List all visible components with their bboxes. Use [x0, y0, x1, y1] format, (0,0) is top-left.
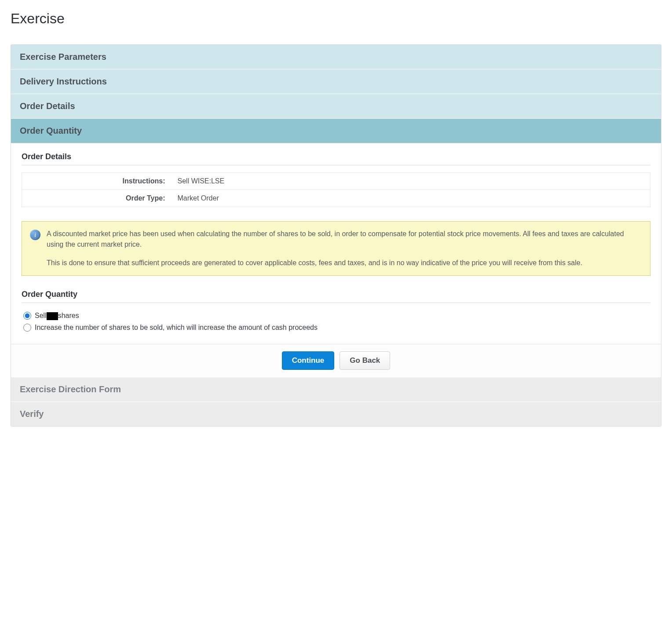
info-callout: i A discounted market price has been use…	[22, 221, 650, 276]
accordion-order-details[interactable]: Order Details	[11, 94, 661, 118]
radio-sell-shares[interactable]	[23, 312, 31, 320]
option-increase-label: Increase the number of shares to be sold…	[35, 324, 318, 332]
accordion-verify[interactable]: Verify	[11, 402, 661, 426]
sell-prefix: Sell	[35, 312, 47, 319]
button-bar: Continue Go Back	[11, 344, 661, 377]
instructions-value: Sell WISE:LSE	[172, 173, 650, 190]
accordion-order-quantity[interactable]: Order Quantity	[11, 119, 661, 143]
table-row: Instructions: Sell WISE:LSE	[22, 173, 650, 190]
order-type-value: Market Order	[172, 190, 650, 207]
order-quantity-options: Sellshares Increase the number of shares…	[22, 310, 650, 333]
accordion-exercise-direction-form[interactable]: Exercise Direction Form	[11, 377, 661, 401]
order-quantity-body: Order Details Instructions: Sell WISE:LS…	[11, 143, 661, 344]
info-icon: i	[30, 230, 40, 240]
continue-button[interactable]: Continue	[282, 351, 335, 370]
redacted-share-count	[47, 312, 58, 320]
option-sell-label: Sellshares	[35, 312, 79, 320]
order-details-heading: Order Details	[22, 152, 650, 165]
order-details-table: Instructions: Sell WISE:LSE Order Type: …	[22, 172, 650, 207]
go-back-button[interactable]: Go Back	[340, 351, 390, 370]
order-type-label: Order Type:	[22, 190, 172, 207]
option-increase-shares[interactable]: Increase the number of shares to be sold…	[22, 322, 650, 333]
option-sell-shares[interactable]: Sellshares	[22, 310, 650, 322]
order-quantity-heading: Order Quantity	[22, 290, 650, 303]
table-row: Order Type: Market Order	[22, 190, 650, 207]
page-title: Exercise	[11, 11, 661, 27]
accordion-delivery-instructions[interactable]: Delivery Instructions	[11, 69, 661, 94]
radio-increase-shares[interactable]	[23, 324, 31, 332]
instructions-label: Instructions:	[22, 173, 172, 190]
info-paragraph-1: A discounted market price has been used …	[47, 229, 642, 250]
info-text: A discounted market price has been used …	[47, 229, 642, 268]
exercise-wizard-panel: Exercise Parameters Delivery Instruction…	[11, 44, 661, 427]
sell-suffix: shares	[58, 312, 79, 319]
accordion-exercise-parameters[interactable]: Exercise Parameters	[11, 45, 661, 69]
info-paragraph-2: This is done to ensure that sufficient p…	[47, 258, 642, 268]
